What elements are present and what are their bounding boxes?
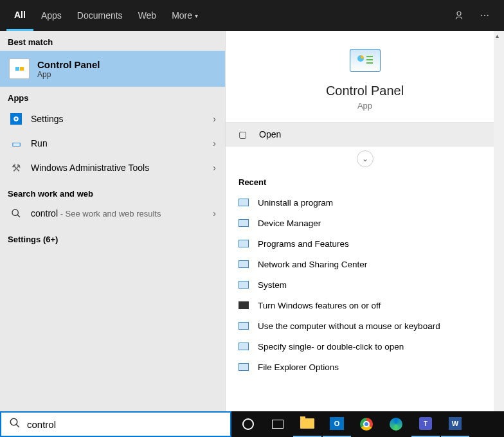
word-button[interactable]: W [441, 411, 469, 437]
svg-rect-8 [366, 59, 373, 60]
detail-title: Control Panel [226, 84, 504, 98]
chrome-button[interactable] [352, 411, 381, 437]
results-panel: Best match Control Panel App Apps Settin… [0, 31, 225, 411]
app-icon [239, 301, 249, 309]
recent-item-label: Uninstall a program [258, 198, 333, 208]
recent-item[interactable]: Specify single- or double-click to open [226, 336, 504, 357]
file-explorer-button[interactable] [293, 411, 321, 437]
svg-point-10 [10, 418, 17, 425]
recent-item-label: System [258, 280, 287, 290]
recent-item[interactable]: Use the computer without a mouse or keyb… [226, 316, 504, 336]
recent-item-label: File Explorer Options [258, 362, 339, 372]
search-web-item[interactable]: control - See work and web results › [0, 201, 225, 226]
chevron-right-icon: › [213, 208, 216, 219]
svg-rect-9 [366, 62, 373, 64]
svg-point-3 [15, 118, 17, 120]
run-icon: ▭ [9, 138, 23, 150]
section-apps: Apps [0, 87, 225, 107]
chevron-right-icon: › [213, 138, 216, 148]
app-icon [239, 343, 249, 350]
recent-header: Recent [226, 171, 504, 192]
search-icon [9, 417, 21, 431]
recent-item[interactable]: Device Manager [226, 213, 504, 233]
section-settings[interactable]: Settings (6+) [0, 226, 225, 247]
tab-all[interactable]: All [6, 0, 33, 31]
teams-button[interactable]: T [411, 411, 440, 437]
app-icon [239, 219, 249, 227]
edge-button[interactable] [382, 411, 410, 437]
recent-item[interactable]: Network and Sharing Center [226, 254, 504, 274]
svg-rect-7 [366, 56, 373, 57]
app-admin-tools[interactable]: ⚒ Windows Administrative Tools › [0, 156, 225, 180]
recent-item-label: Network and Sharing Center [258, 260, 367, 269]
recent-item-label: Turn Windows features on or off [258, 301, 381, 310]
recent-item-label: Use the computer without a mouse or keyb… [258, 321, 440, 331]
app-run[interactable]: ▭ Run › [0, 131, 225, 156]
control-panel-icon [9, 58, 30, 79]
chevron-down-icon: ▾ [195, 12, 198, 19]
recent-item[interactable]: System [226, 274, 504, 295]
section-search-web: Search work and web [0, 180, 225, 201]
app-icon [239, 322, 249, 330]
cortana-button[interactable] [234, 411, 262, 437]
search-filter-tabs: All Apps Documents Web More▾ ⋯ [0, 0, 504, 31]
best-match-title: Control Panel [37, 59, 100, 70]
svg-line-11 [16, 424, 19, 427]
recent-item[interactable]: Programs and Features [226, 233, 504, 254]
outlook-button[interactable]: O [323, 411, 351, 437]
app-icon [239, 260, 249, 268]
app-icon [239, 199, 249, 206]
recent-item-label: Device Manager [258, 219, 321, 228]
app-icon [239, 281, 249, 289]
chevron-right-icon: › [213, 114, 216, 124]
feedback-icon[interactable] [446, 0, 472, 31]
app-settings[interactable]: Settings › [0, 107, 225, 131]
svg-point-0 [457, 12, 461, 15]
gear-icon [9, 113, 23, 125]
detail-panel: Control Panel App ▢ Open ⌄ Recent Uninst… [225, 31, 504, 411]
detail-subtitle: App [226, 101, 504, 111]
chevron-right-icon: › [213, 163, 216, 173]
control-panel-large-icon [350, 49, 381, 72]
more-options-icon[interactable]: ⋯ [472, 0, 498, 31]
section-best-match: Best match [0, 31, 225, 51]
recent-item-label: Programs and Features [258, 239, 349, 249]
taskbar: O T W [231, 411, 504, 437]
expand-button[interactable]: ⌄ [357, 150, 374, 167]
open-icon: ▢ [239, 129, 251, 139]
best-match-subtitle: App [37, 70, 100, 79]
recent-item-label: Specify single- or double-click to open [258, 342, 404, 352]
tab-documents[interactable]: Documents [69, 0, 130, 31]
tools-icon: ⚒ [9, 162, 23, 174]
search-icon [9, 208, 23, 219]
svg-point-4 [12, 210, 18, 215]
task-view-button[interactable] [264, 411, 292, 437]
recent-item[interactable]: File Explorer Options [226, 357, 504, 377]
scrollbar[interactable] [494, 31, 504, 411]
app-icon [239, 363, 249, 371]
tab-more[interactable]: More▾ [164, 0, 206, 31]
svg-line-5 [17, 215, 20, 217]
best-match-item[interactable]: Control Panel App [0, 51, 225, 87]
tab-apps[interactable]: Apps [33, 0, 69, 31]
recent-item[interactable]: Turn Windows features on or off [226, 295, 504, 316]
tab-web[interactable]: Web [130, 0, 165, 31]
search-input[interactable] [27, 419, 222, 430]
app-icon [239, 240, 249, 247]
recent-item[interactable]: Uninstall a program [226, 192, 504, 213]
open-action[interactable]: ▢ Open [226, 122, 504, 147]
search-box[interactable] [0, 411, 231, 437]
